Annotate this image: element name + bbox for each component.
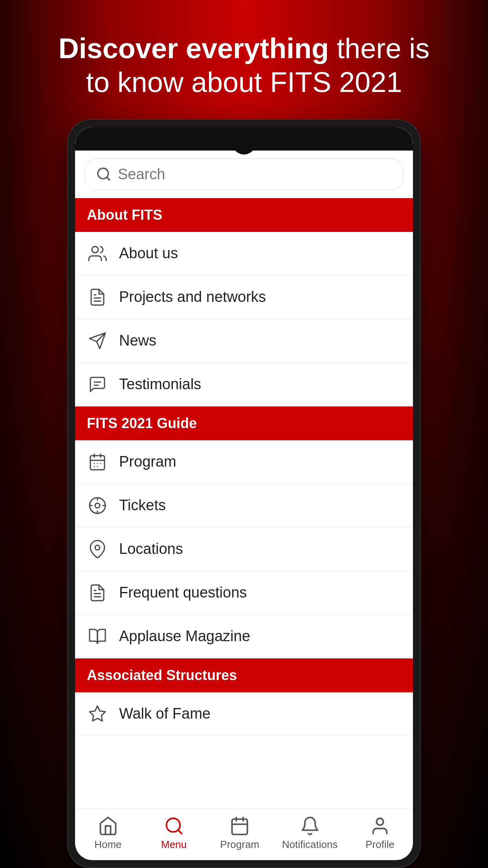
- svg-line-30: [178, 830, 182, 833]
- menu-item-frequent-questions[interactable]: Frequent questions: [75, 571, 413, 615]
- svg-line-1: [107, 177, 110, 180]
- search-bar[interactable]: [84, 158, 404, 190]
- menu-item-testimonials[interactable]: Testimonials: [75, 363, 413, 406]
- nav-label-notifications: Notifications: [282, 839, 338, 851]
- menu-label-testimonials: Testimonials: [119, 376, 201, 393]
- location-icon: [87, 539, 108, 560]
- svg-rect-9: [90, 456, 105, 470]
- svg-marker-28: [90, 706, 105, 721]
- calendar-nav-icon: [229, 816, 250, 836]
- magazine-icon: [87, 626, 108, 647]
- faq-icon: [87, 582, 108, 603]
- nav-item-menu[interactable]: Menu: [150, 816, 198, 851]
- section-label-associated: Associated Structures: [87, 667, 237, 683]
- search-bar-container: [75, 151, 413, 198]
- svg-rect-31: [232, 819, 248, 835]
- menu-label-projects-networks: Projects and networks: [119, 289, 266, 305]
- svg-point-24: [95, 545, 100, 550]
- hero-bold: Discover everything: [59, 33, 329, 64]
- menu-label-program: Program: [119, 453, 176, 470]
- hero-line2: to know about FITS 2021: [86, 66, 402, 98]
- section-header-about-fits: About FITS: [75, 198, 413, 232]
- people-icon: [87, 243, 108, 264]
- nav-label-program: Program: [220, 839, 259, 851]
- profile-icon: [370, 816, 390, 836]
- menu-label-applause-magazine: Applause Magazine: [119, 628, 250, 645]
- menu-item-news[interactable]: News: [75, 319, 413, 363]
- menu-content: About FITS About us: [75, 198, 413, 808]
- section-label-about-fits: About FITS: [87, 207, 162, 223]
- testimonials-icon: [87, 374, 108, 395]
- section-header-associated: Associated Structures: [75, 658, 413, 692]
- svg-point-2: [92, 246, 98, 253]
- calendar-icon: [87, 451, 108, 473]
- section-header-fits-guide: FITS 2021 Guide: [75, 406, 413, 440]
- search-input[interactable]: [118, 166, 392, 183]
- menu-item-walk-of-fame[interactable]: Walk of Fame: [75, 692, 413, 736]
- menu-label-locations: Locations: [119, 541, 183, 557]
- nav-item-home[interactable]: Home: [84, 816, 132, 851]
- star-icon: [87, 703, 108, 725]
- nav-item-profile[interactable]: Profile: [356, 816, 404, 851]
- menu-label-frequent-questions: Frequent questions: [119, 584, 247, 601]
- phone-screen: About FITS About us: [75, 127, 413, 860]
- nav-label-profile: Profile: [365, 839, 394, 851]
- menu-item-applause-magazine[interactable]: Applause Magazine: [75, 615, 413, 658]
- bottom-navigation: Home Menu Program: [75, 808, 413, 860]
- ticket-icon: [87, 495, 108, 516]
- menu-item-locations[interactable]: Locations: [75, 528, 413, 571]
- bell-icon: [300, 816, 320, 836]
- menu-label-walk-of-fame: Walk of Fame: [119, 705, 211, 722]
- projects-icon: [87, 287, 108, 308]
- menu-label-news: News: [119, 332, 156, 349]
- nav-label-menu: Menu: [161, 839, 187, 851]
- nav-label-home: Home: [94, 839, 121, 851]
- menu-item-projects-networks[interactable]: Projects and networks: [75, 276, 413, 319]
- menu-label-tickets: Tickets: [119, 497, 166, 514]
- hero-section: Discover everything there is to know abo…: [0, 0, 488, 119]
- section-label-fits-guide: FITS 2021 Guide: [87, 415, 197, 431]
- svg-point-35: [376, 818, 383, 825]
- menu-item-program[interactable]: Program: [75, 440, 413, 484]
- phone-notch: [232, 131, 256, 154]
- menu-icon: [164, 816, 184, 836]
- menu-label-about-us: About us: [119, 245, 178, 262]
- search-icon: [96, 166, 112, 182]
- phone-frame: About FITS About us: [67, 119, 421, 868]
- nav-item-notifications[interactable]: Notifications: [282, 816, 338, 851]
- home-icon: [98, 816, 118, 836]
- hero-normal: there is: [329, 33, 429, 64]
- menu-item-tickets[interactable]: Tickets: [75, 484, 413, 528]
- svg-point-19: [95, 503, 100, 508]
- nav-item-program[interactable]: Program: [216, 816, 263, 851]
- menu-item-about-us[interactable]: About us: [75, 232, 413, 276]
- news-icon: [87, 330, 108, 351]
